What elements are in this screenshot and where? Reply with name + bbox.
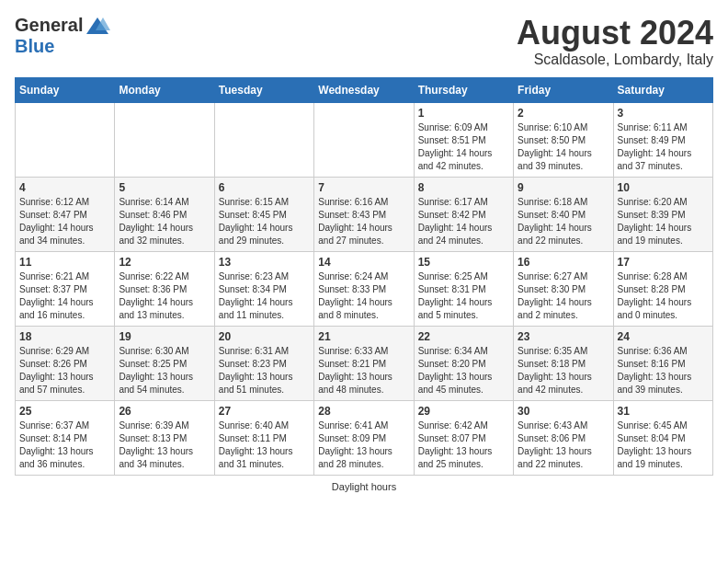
day-info: Sunrise: 6:37 AM Sunset: 8:14 PM Dayligh… [19, 419, 110, 471]
table-row: 6Sunrise: 6:15 AM Sunset: 8:45 PM Daylig… [214, 177, 313, 251]
table-row: 31Sunrise: 6:45 AM Sunset: 8:04 PM Dayli… [613, 400, 712, 475]
col-thursday: Thursday [414, 77, 513, 102]
day-number: 24 [618, 330, 709, 343]
day-info: Sunrise: 6:40 AM Sunset: 8:11 PM Dayligh… [219, 419, 310, 471]
day-number: 8 [418, 181, 509, 194]
day-number: 9 [518, 181, 609, 194]
day-info: Sunrise: 6:36 AM Sunset: 8:16 PM Dayligh… [618, 345, 709, 396]
day-info: Sunrise: 6:31 AM Sunset: 8:23 PM Dayligh… [219, 345, 310, 396]
table-row [314, 102, 414, 177]
day-info: Sunrise: 6:09 AM Sunset: 8:51 PM Dayligh… [418, 121, 509, 173]
day-number: 26 [119, 405, 210, 418]
table-row: 27Sunrise: 6:40 AM Sunset: 8:11 PM Dayli… [214, 400, 313, 475]
calendar-week-row: 18Sunrise: 6:29 AM Sunset: 8:26 PM Dayli… [16, 326, 713, 400]
day-number: 10 [618, 181, 709, 194]
day-info: Sunrise: 6:29 AM Sunset: 8:26 PM Dayligh… [19, 345, 110, 396]
day-number: 5 [119, 181, 210, 194]
month-year-title: August 2024 [517, 15, 713, 52]
calendar-week-row: 11Sunrise: 6:21 AM Sunset: 8:37 PM Dayli… [16, 251, 713, 326]
table-row: 15Sunrise: 6:25 AM Sunset: 8:31 PM Dayli… [414, 251, 513, 326]
day-number: 7 [318, 181, 409, 194]
table-row: 19Sunrise: 6:30 AM Sunset: 8:25 PM Dayli… [115, 326, 214, 400]
col-sunday: Sunday [16, 77, 115, 102]
table-row: 25Sunrise: 6:37 AM Sunset: 8:14 PM Dayli… [16, 400, 115, 475]
day-info: Sunrise: 6:16 AM Sunset: 8:43 PM Dayligh… [318, 196, 409, 247]
calendar-week-row: 4Sunrise: 6:12 AM Sunset: 8:47 PM Daylig… [16, 177, 713, 251]
day-number: 20 [219, 330, 310, 343]
day-info: Sunrise: 6:10 AM Sunset: 8:50 PM Dayligh… [518, 121, 609, 173]
calendar-header-row: Sunday Monday Tuesday Wednesday Thursday… [16, 77, 713, 102]
table-row [16, 102, 115, 177]
page-header: General Blue August 2024 Scaldasole, Lom… [15, 15, 713, 68]
table-row: 9Sunrise: 6:18 AM Sunset: 8:40 PM Daylig… [514, 177, 613, 251]
day-number: 2 [518, 107, 609, 120]
day-info: Sunrise: 6:33 AM Sunset: 8:21 PM Dayligh… [318, 345, 409, 396]
day-info: Sunrise: 6:35 AM Sunset: 8:18 PM Dayligh… [518, 345, 609, 396]
day-number: 28 [318, 405, 409, 418]
day-info: Sunrise: 6:30 AM Sunset: 8:25 PM Dayligh… [119, 345, 210, 396]
table-row: 24Sunrise: 6:36 AM Sunset: 8:16 PM Dayli… [613, 326, 712, 400]
day-info: Sunrise: 6:42 AM Sunset: 8:07 PM Dayligh… [418, 419, 509, 471]
day-info: Sunrise: 6:17 AM Sunset: 8:42 PM Dayligh… [418, 196, 509, 247]
table-row: 7Sunrise: 6:16 AM Sunset: 8:43 PM Daylig… [314, 177, 414, 251]
day-info: Sunrise: 6:22 AM Sunset: 8:36 PM Dayligh… [119, 270, 210, 322]
logo-text-general: General [15, 15, 83, 36]
day-number: 21 [318, 330, 409, 343]
table-row: 28Sunrise: 6:41 AM Sunset: 8:09 PM Dayli… [314, 400, 414, 475]
table-row: 1Sunrise: 6:09 AM Sunset: 8:51 PM Daylig… [414, 102, 513, 177]
day-number: 29 [418, 405, 509, 418]
day-info: Sunrise: 6:45 AM Sunset: 8:04 PM Dayligh… [618, 419, 709, 471]
table-row: 17Sunrise: 6:28 AM Sunset: 8:28 PM Dayli… [613, 251, 712, 326]
title-block: August 2024 Scaldasole, Lombardy, Italy [517, 15, 713, 68]
footer-note: Daylight hours [15, 481, 713, 492]
table-row [214, 102, 313, 177]
table-row: 14Sunrise: 6:24 AM Sunset: 8:33 PM Dayli… [314, 251, 414, 326]
day-number: 27 [219, 405, 310, 418]
col-wednesday: Wednesday [314, 77, 414, 102]
day-number: 4 [19, 181, 110, 194]
logo-text-blue: Blue [15, 36, 54, 57]
logo: General Blue [15, 15, 110, 57]
table-row: 3Sunrise: 6:11 AM Sunset: 8:49 PM Daylig… [613, 102, 712, 177]
calendar-week-row: 1Sunrise: 6:09 AM Sunset: 8:51 PM Daylig… [16, 102, 713, 177]
col-monday: Monday [115, 77, 214, 102]
day-info: Sunrise: 6:11 AM Sunset: 8:49 PM Dayligh… [618, 121, 709, 173]
day-info: Sunrise: 6:14 AM Sunset: 8:46 PM Dayligh… [119, 196, 210, 247]
table-row: 11Sunrise: 6:21 AM Sunset: 8:37 PM Dayli… [16, 251, 115, 326]
day-info: Sunrise: 6:12 AM Sunset: 8:47 PM Dayligh… [19, 196, 110, 247]
table-row: 26Sunrise: 6:39 AM Sunset: 8:13 PM Dayli… [115, 400, 214, 475]
calendar-week-row: 25Sunrise: 6:37 AM Sunset: 8:14 PM Dayli… [16, 400, 713, 475]
day-number: 17 [618, 256, 709, 269]
table-row [115, 102, 214, 177]
table-row: 10Sunrise: 6:20 AM Sunset: 8:39 PM Dayli… [613, 177, 712, 251]
day-info: Sunrise: 6:34 AM Sunset: 8:20 PM Dayligh… [418, 345, 509, 396]
day-info: Sunrise: 6:39 AM Sunset: 8:13 PM Dayligh… [119, 419, 210, 471]
table-row: 5Sunrise: 6:14 AM Sunset: 8:46 PM Daylig… [115, 177, 214, 251]
table-row: 16Sunrise: 6:27 AM Sunset: 8:30 PM Dayli… [514, 251, 613, 326]
day-number: 16 [518, 256, 609, 269]
logo-icon [85, 16, 110, 36]
calendar-table: Sunday Monday Tuesday Wednesday Thursday… [15, 77, 713, 476]
day-number: 11 [19, 256, 110, 269]
table-row: 13Sunrise: 6:23 AM Sunset: 8:34 PM Dayli… [214, 251, 313, 326]
day-info: Sunrise: 6:24 AM Sunset: 8:33 PM Dayligh… [318, 270, 409, 322]
day-info: Sunrise: 6:15 AM Sunset: 8:45 PM Dayligh… [219, 196, 310, 247]
col-tuesday: Tuesday [214, 77, 313, 102]
table-row: 8Sunrise: 6:17 AM Sunset: 8:42 PM Daylig… [414, 177, 513, 251]
day-info: Sunrise: 6:25 AM Sunset: 8:31 PM Dayligh… [418, 270, 509, 322]
day-info: Sunrise: 6:41 AM Sunset: 8:09 PM Dayligh… [318, 419, 409, 471]
day-number: 3 [618, 107, 709, 120]
location-subtitle: Scaldasole, Lombardy, Italy [517, 52, 713, 68]
day-number: 13 [219, 256, 310, 269]
day-number: 14 [318, 256, 409, 269]
day-info: Sunrise: 6:21 AM Sunset: 8:37 PM Dayligh… [19, 270, 110, 322]
day-info: Sunrise: 6:43 AM Sunset: 8:06 PM Dayligh… [518, 419, 609, 471]
day-number: 18 [19, 330, 110, 343]
table-row: 4Sunrise: 6:12 AM Sunset: 8:47 PM Daylig… [16, 177, 115, 251]
table-row: 22Sunrise: 6:34 AM Sunset: 8:20 PM Dayli… [414, 326, 513, 400]
day-number: 19 [119, 330, 210, 343]
table-row: 23Sunrise: 6:35 AM Sunset: 8:18 PM Dayli… [514, 326, 613, 400]
day-number: 31 [618, 405, 709, 418]
day-info: Sunrise: 6:27 AM Sunset: 8:30 PM Dayligh… [518, 270, 609, 322]
table-row: 21Sunrise: 6:33 AM Sunset: 8:21 PM Dayli… [314, 326, 414, 400]
